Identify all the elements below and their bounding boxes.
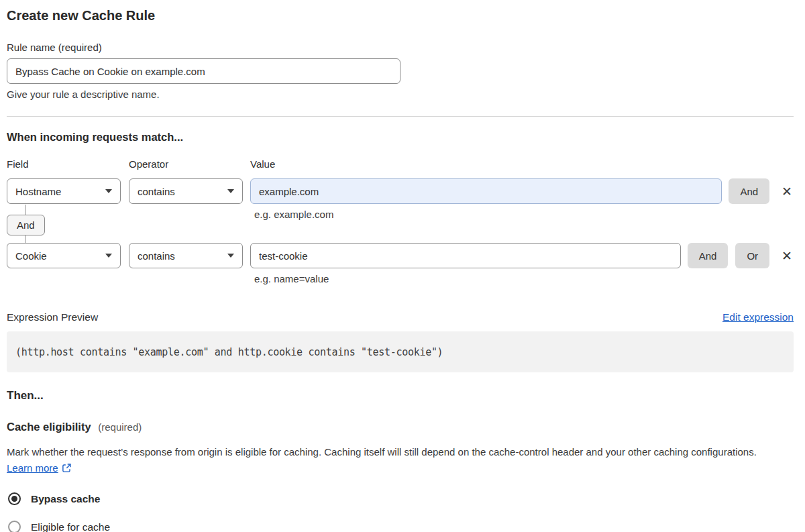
- page-title: Create new Cache Rule: [7, 8, 794, 23]
- match-heading: When incoming requests match...: [7, 131, 794, 144]
- close-icon: ✕: [782, 248, 792, 264]
- chevron-down-icon: [105, 254, 112, 258]
- condition-connector: And: [7, 215, 794, 237]
- section-divider: [7, 116, 794, 117]
- field-column-label: Field: [7, 158, 129, 170]
- value-input[interactable]: [250, 243, 681, 268]
- cache-eligibility-description: Mark whether the request’s response from…: [7, 444, 785, 478]
- rule-name-label: Rule name (required): [7, 42, 794, 53]
- edit-expression-link[interactable]: Edit expression: [722, 311, 794, 323]
- cache-eligibility-title: Cache eligibility: [7, 421, 91, 433]
- chevron-down-icon: [227, 254, 234, 258]
- required-label: (required): [98, 421, 142, 433]
- chevron-down-icon: [105, 189, 112, 193]
- create-cache-rule-form: Create new Cache Rule Rule name (require…: [0, 0, 805, 532]
- operator-column-label: Operator: [129, 158, 250, 170]
- operator-select[interactable]: contains: [129, 178, 243, 204]
- cache-eligibility-heading: Cache eligibility (required): [7, 421, 794, 433]
- value-input[interactable]: [250, 178, 722, 204]
- expression-code: (http.host contains "example.com" and ht…: [7, 331, 794, 372]
- or-button[interactable]: Or: [735, 243, 769, 268]
- radio-unselected-icon: [8, 521, 21, 532]
- description-text: Mark whether the request’s response from…: [7, 446, 757, 458]
- radio-eligible-for-cache[interactable]: Eligible for cache: [7, 521, 794, 532]
- match-row: Cookie contains e.g. name=value And Or ✕: [7, 243, 794, 284]
- operator-select[interactable]: contains: [129, 243, 243, 268]
- value-column-label: Value: [250, 158, 794, 170]
- chevron-down-icon: [227, 189, 234, 193]
- then-heading: Then...: [7, 389, 794, 403]
- remove-condition-button[interactable]: ✕: [782, 178, 792, 204]
- radio-selected-icon: [8, 492, 21, 505]
- learn-more-link[interactable]: Learn more: [7, 462, 58, 474]
- remove-condition-button[interactable]: ✕: [782, 243, 792, 268]
- radio-bypass-cache[interactable]: Bypass cache: [7, 492, 794, 505]
- close-icon: ✕: [782, 184, 792, 199]
- and-button[interactable]: And: [688, 243, 729, 268]
- operator-select-value: contains: [138, 250, 175, 262]
- expression-preview-label: Expression Preview: [7, 311, 98, 323]
- and-button[interactable]: And: [729, 178, 769, 204]
- field-select[interactable]: Cookie: [7, 243, 121, 268]
- match-column-labels: Field Operator Value: [7, 158, 794, 170]
- radio-label: Eligible for cache: [31, 521, 110, 532]
- and-connector-badge: And: [7, 215, 45, 235]
- radio-label: Bypass cache: [31, 493, 100, 505]
- match-row: Hostname contains e.g. example.com And ✕: [7, 178, 794, 220]
- value-helper: e.g. name=value: [254, 273, 681, 284]
- field-select-value: Hostname: [15, 186, 61, 197]
- rule-name-input[interactable]: [7, 58, 400, 84]
- field-select[interactable]: Hostname: [7, 178, 121, 204]
- operator-select-value: contains: [138, 186, 175, 197]
- field-select-value: Cookie: [15, 250, 47, 262]
- external-link-icon: [62, 462, 72, 478]
- rule-name-helper: Give your rule a descriptive name.: [7, 89, 794, 100]
